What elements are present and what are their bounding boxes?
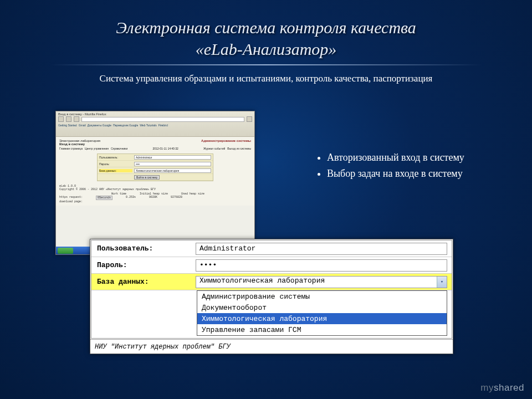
feature-item: Авторизованный вход в систему <box>327 150 464 166</box>
nav-link[interactable]: Главная страница <box>59 147 83 150</box>
chevron-down-icon[interactable]: ▾ <box>437 277 447 288</box>
nav-link[interactable]: Справочники <box>111 147 127 150</box>
pass-label: Пароль: <box>99 162 132 166</box>
user-label: Пользователь: <box>91 244 191 253</box>
nav-link[interactable]: Выход из системы <box>227 147 251 150</box>
bookmark-link[interactable]: Getting Started <box>58 124 77 127</box>
title-underline <box>50 64 482 65</box>
db-label: База данных: <box>99 169 132 172</box>
system-mode: Администрирование системы <box>201 139 251 146</box>
db-select[interactable]: Химмотологическая лаборатория ▾ <box>196 276 447 288</box>
slide-subtitle: Система управления образцами и испытания… <box>0 73 532 84</box>
user-label: Пользователь: <box>99 156 132 159</box>
db-select[interactable]: Химмотологическая лаборатория <box>134 168 211 173</box>
user-input[interactable]: Administrator <box>134 155 211 160</box>
nav-fwd-button[interactable] <box>66 116 71 122</box>
dropdown-option[interactable]: Управление запасами ГСМ <box>197 324 447 335</box>
dialog-footer: НИУ "Институт ядерных проблем" БГУ <box>90 339 453 354</box>
slide-title: Электронная система контроля качества «e… <box>0 17 532 60</box>
user-input[interactable] <box>196 243 447 255</box>
browser-chrome: Вход в систему - Mozilla Firefox Getting… <box>56 111 254 137</box>
stats-block: eLab 1.0.0 Copyright © 2006 - 2012 НИУ «… <box>59 185 251 203</box>
bookmark-link[interactable]: Gmail <box>79 124 86 127</box>
nav-link[interactable]: Журнал событий <box>203 147 225 150</box>
feature-item: Выбор задач на входе в систему <box>327 166 464 182</box>
datetime-label: 2012-01-11 14:40:32 <box>152 147 178 150</box>
nav-go-button[interactable] <box>247 116 252 122</box>
login-button[interactable]: Войти в систему <box>134 175 160 180</box>
watermark: myshared <box>480 382 524 393</box>
page-heading: Вход в систему <box>59 142 100 146</box>
nav-reload-button[interactable] <box>74 116 79 122</box>
login-dialog: Пользователь: Пароль: База данных: Химмо… <box>90 239 453 354</box>
dropdown-option[interactable]: Администрирование системы <box>197 291 447 302</box>
nav-link[interactable]: Центр управления <box>85 147 109 150</box>
feature-list: Авторизованный вход в систему Выбор зада… <box>316 150 464 182</box>
dropdown-option-selected[interactable]: Химмотологическая лаборатория <box>197 313 447 324</box>
db-dropdown: Администрирование системы Документооборо… <box>197 290 447 336</box>
browser-screenshot: Вход в систему - Mozilla Firefox Getting… <box>55 111 255 255</box>
pass-input[interactable] <box>196 259 447 272</box>
dropdown-option[interactable]: Документооборот <box>197 302 447 313</box>
pass-input[interactable]: •••• <box>134 162 211 166</box>
start-button[interactable] <box>58 248 73 254</box>
bookmark-link[interactable]: Web Tutorials <box>140 124 156 127</box>
bookmark-link[interactable]: Firebird <box>158 124 168 127</box>
bookmark-link[interactable]: Документы Google <box>88 124 111 127</box>
pass-label: Пароль: <box>91 261 191 269</box>
address-bar[interactable] <box>81 117 244 122</box>
login-form-small: Пользователь: Administrator Пароль: ••••… <box>97 154 213 181</box>
db-label: База данных: <box>91 278 191 286</box>
nav-back-button[interactable] <box>58 116 64 122</box>
bookmark-link[interactable]: Переводчик Google <box>113 124 138 127</box>
